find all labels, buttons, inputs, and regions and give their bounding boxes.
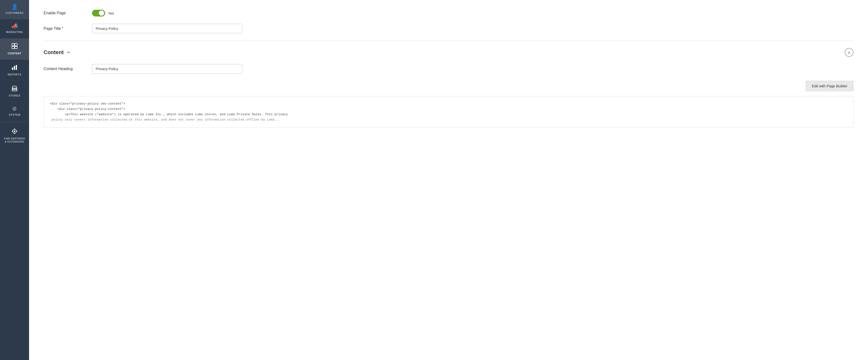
chevron-up-icon: ∧ bbox=[848, 50, 850, 55]
stores-icon bbox=[11, 85, 18, 92]
content-heading-label: Content Heading bbox=[43, 67, 92, 71]
sidebar-item-content[interactable]: CONTENT bbox=[0, 38, 29, 60]
sidebar: 👤 CUSTOMERS 📣 MARKETING CONTENT REPORTS bbox=[0, 0, 29, 360]
content-section-title: Content bbox=[43, 49, 64, 56]
pencil-icon[interactable]: ✏ bbox=[67, 50, 70, 55]
svg-rect-1 bbox=[15, 44, 17, 46]
sidebar-item-partners[interactable]: FIND PARTNERS& EXTENSIONS bbox=[0, 123, 29, 148]
sidebar-item-label-system: SYSTEM bbox=[9, 113, 20, 116]
svg-rect-0 bbox=[12, 44, 14, 46]
sidebar-item-reports[interactable]: REPORTS bbox=[0, 60, 29, 81]
sidebar-item-label-customers: CUSTOMERS bbox=[6, 11, 24, 15]
sidebar-item-marketing[interactable]: 📣 MARKETING bbox=[0, 19, 29, 38]
sidebar-item-label-content: CONTENT bbox=[8, 52, 22, 55]
svg-rect-9 bbox=[14, 88, 15, 90]
sidebar-item-label-stores: STORES bbox=[9, 94, 20, 97]
edit-with-page-builder-button[interactable]: Edit with Page Builder bbox=[806, 81, 854, 91]
code-editor-fade-overlay bbox=[44, 115, 853, 127]
content-heading-row: Content Heading bbox=[43, 64, 854, 74]
sidebar-item-system[interactable]: ⚙ SYSTEM bbox=[0, 102, 29, 121]
reports-icon bbox=[11, 64, 18, 71]
svg-rect-5 bbox=[14, 66, 15, 70]
svg-rect-3 bbox=[15, 46, 17, 49]
content-icon bbox=[11, 43, 18, 50]
enable-page-label: Enable Page bbox=[43, 11, 92, 15]
enable-page-row: Enable Page Yes bbox=[43, 10, 854, 17]
svg-rect-4 bbox=[12, 67, 13, 70]
sidebar-item-stores[interactable]: STORES bbox=[0, 81, 29, 102]
sidebar-item-label-reports: REPORTS bbox=[8, 73, 22, 76]
toggle-wrapper: Yes bbox=[92, 10, 114, 17]
customers-icon: 👤 bbox=[11, 4, 18, 10]
page-builder-btn-wrapper: Edit with Page Builder bbox=[43, 81, 854, 91]
section-title-group: Content ✏ bbox=[43, 49, 70, 56]
marketing-icon: 📣 bbox=[11, 24, 18, 29]
sidebar-divider bbox=[3, 122, 26, 122]
page-title-input[interactable] bbox=[92, 24, 242, 33]
sidebar-item-label-partners: FIND PARTNERS& EXTENSIONS bbox=[4, 137, 25, 143]
svg-rect-8 bbox=[12, 88, 13, 90]
section-divider bbox=[43, 40, 854, 41]
sidebar-item-customers[interactable]: 👤 CUSTOMERS bbox=[0, 0, 29, 19]
page-title-row: Page Title bbox=[43, 24, 854, 33]
sidebar-item-label-marketing: MARKETING bbox=[6, 30, 23, 34]
svg-rect-2 bbox=[12, 46, 14, 49]
svg-point-12 bbox=[14, 131, 15, 132]
page-title-label: Page Title bbox=[43, 26, 92, 31]
toggle-yes-label: Yes bbox=[108, 11, 114, 15]
enable-page-toggle[interactable] bbox=[92, 10, 105, 17]
content-section-header: Content ✏ ∧ bbox=[43, 48, 854, 57]
partners-icon bbox=[11, 128, 18, 136]
toggle-thumb bbox=[99, 10, 104, 16]
svg-rect-6 bbox=[16, 65, 17, 70]
main-content: Enable Page Yes Page Title Content ✏ ∧ C… bbox=[29, 0, 868, 360]
code-editor-area[interactable]: <div class="privacy-policy cms-content">… bbox=[43, 96, 854, 128]
svg-rect-10 bbox=[16, 88, 17, 90]
system-icon: ⚙ bbox=[12, 106, 17, 112]
content-heading-input[interactable] bbox=[92, 64, 242, 74]
collapse-button[interactable]: ∧ bbox=[845, 48, 854, 57]
